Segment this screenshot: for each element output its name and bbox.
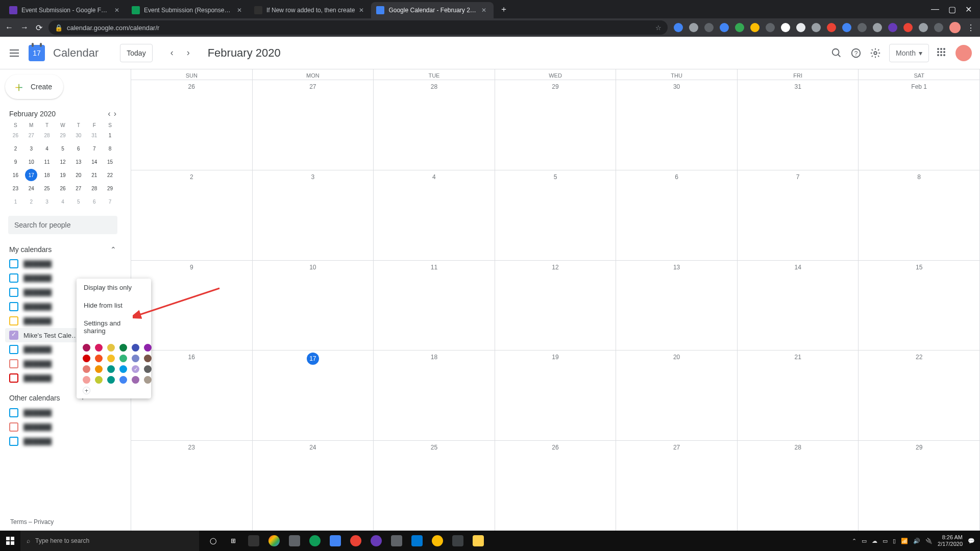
day-cell[interactable]: 30 (616, 80, 738, 170)
mini-day[interactable]: 23 (9, 182, 21, 194)
mini-day[interactable]: 26 (57, 182, 69, 194)
day-cell[interactable]: 14 (738, 261, 859, 350)
terms-link[interactable]: Terms (10, 518, 27, 525)
ext-icon[interactable] (720, 23, 729, 32)
mini-day[interactable]: 5 (57, 142, 69, 155)
day-cell[interactable]: 25 (374, 441, 495, 531)
mini-day[interactable]: 29 (104, 182, 116, 194)
google-apps-icon[interactable] (937, 48, 947, 58)
color-swatch[interactable] (132, 355, 139, 362)
mini-day[interactable]: 10 (25, 156, 37, 168)
app-icon[interactable] (346, 531, 365, 551)
reload-icon[interactable]: ⟳ (36, 23, 42, 33)
mini-day[interactable]: 6 (72, 142, 85, 155)
privacy-link[interactable]: Privacy (34, 518, 54, 525)
mini-day[interactable]: 22 (104, 169, 116, 181)
day-cell[interactable]: 26 (131, 80, 253, 170)
ext-icon[interactable] (934, 23, 943, 32)
day-cell[interactable]: 2 (131, 170, 253, 260)
color-swatch[interactable] (144, 376, 152, 384)
ext-icon[interactable] (919, 23, 928, 32)
day-cell[interactable]: 10 (253, 261, 374, 350)
forward-icon[interactable]: → (20, 23, 29, 32)
prev-month-icon[interactable]: ‹ (165, 47, 179, 58)
minimize-icon[interactable]: — (931, 5, 939, 14)
color-swatch[interactable] (144, 355, 152, 362)
day-cell[interactable]: 17 (253, 350, 374, 440)
mini-day[interactable]: 8 (104, 142, 116, 155)
ext-icon[interactable] (873, 23, 882, 32)
outlook-icon[interactable] (407, 531, 427, 551)
app-icon[interactable] (366, 531, 386, 551)
app-icon[interactable] (326, 531, 345, 551)
color-swatch[interactable] (119, 376, 127, 384)
help-icon[interactable]: ? (850, 47, 862, 59)
day-cell[interactable]: 4 (374, 170, 495, 260)
day-cell[interactable]: 28 (374, 80, 495, 170)
maximize-icon[interactable]: ▢ (948, 5, 956, 14)
ext-icon[interactable] (766, 23, 775, 32)
view-select[interactable]: Month ▾ (889, 44, 929, 62)
ext-icon[interactable] (888, 23, 897, 32)
calendar-checkbox[interactable] (9, 437, 18, 446)
day-cell[interactable]: 26 (495, 441, 617, 531)
mini-day[interactable]: 25 (41, 182, 53, 194)
menu-hide-from-list[interactable]: Hide from list (77, 296, 151, 314)
mini-day[interactable]: 13 (72, 156, 85, 168)
color-swatch[interactable] (132, 376, 139, 384)
mini-day[interactable]: 19 (57, 169, 69, 181)
color-swatch[interactable] (95, 376, 103, 384)
mini-day[interactable]: 7 (104, 195, 116, 208)
color-swatch[interactable] (132, 344, 139, 352)
mini-day[interactable]: 1 (104, 129, 116, 141)
search-people-input[interactable]: Search for people (8, 216, 117, 234)
today-button[interactable]: Today (120, 44, 152, 62)
calendar-checkbox[interactable] (9, 288, 18, 297)
mini-day[interactable]: 27 (72, 182, 85, 194)
day-cell[interactable]: 20 (616, 350, 738, 440)
mini-day[interactable]: 14 (88, 156, 101, 168)
add-color-icon[interactable]: + (83, 387, 90, 394)
day-cell[interactable]: 11 (374, 261, 495, 350)
mini-day[interactable]: 26 (9, 129, 21, 141)
day-cell[interactable]: 6 (616, 170, 738, 260)
onedrive-icon[interactable]: ☁ (872, 538, 877, 544)
mini-day[interactable]: 27 (25, 129, 37, 141)
calendar-checkbox[interactable] (9, 422, 18, 432)
color-swatch[interactable] (144, 344, 152, 352)
day-cell[interactable]: 5 (495, 170, 617, 260)
mini-day[interactable]: 2 (25, 195, 37, 208)
mini-day[interactable]: 2 (9, 142, 21, 155)
color-swatch[interactable] (83, 365, 90, 373)
mini-day[interactable]: 31 (88, 129, 101, 141)
day-cell[interactable]: 21 (738, 350, 859, 440)
day-cell[interactable]: 22 (859, 350, 980, 440)
day-cell[interactable]: 27 (616, 441, 738, 531)
start-button[interactable] (0, 537, 20, 545)
taskbar-search[interactable]: ⌕ Type here to search (20, 531, 199, 551)
mini-day[interactable]: 15 (104, 156, 116, 168)
ext-icon[interactable] (796, 23, 805, 32)
taskbar-clock[interactable]: 8:26 AM 2/17/2020 (938, 534, 963, 547)
mini-day[interactable]: 30 (72, 129, 85, 141)
tray-chevron-icon[interactable]: ⌃ (852, 538, 856, 544)
color-swatch[interactable] (144, 365, 152, 373)
calendar-item[interactable]: ██████ (5, 257, 120, 271)
app-icon[interactable] (305, 531, 325, 551)
ext-icon[interactable] (842, 23, 851, 32)
create-button[interactable]: ＋ Create (5, 74, 63, 99)
color-swatch[interactable] (119, 344, 127, 352)
volume-icon[interactable]: 🔊 (913, 538, 920, 544)
calendar-checkbox[interactable] (9, 259, 18, 268)
color-swatch[interactable] (107, 355, 115, 362)
chrome-icon[interactable] (264, 531, 284, 551)
calendar-item[interactable]: ██████ (5, 406, 120, 420)
menu-settings-sharing[interactable]: Settings and sharing (77, 314, 151, 340)
browser-menu-icon[interactable]: ⋮ (967, 23, 975, 33)
mini-day[interactable]: 3 (25, 142, 37, 155)
taskview-icon[interactable]: ⊞ (224, 531, 243, 551)
profile-avatar[interactable] (949, 22, 961, 33)
close-icon[interactable]: ✕ (114, 7, 121, 14)
mini-day[interactable]: 5 (72, 195, 85, 208)
color-swatch[interactable] (107, 376, 115, 384)
